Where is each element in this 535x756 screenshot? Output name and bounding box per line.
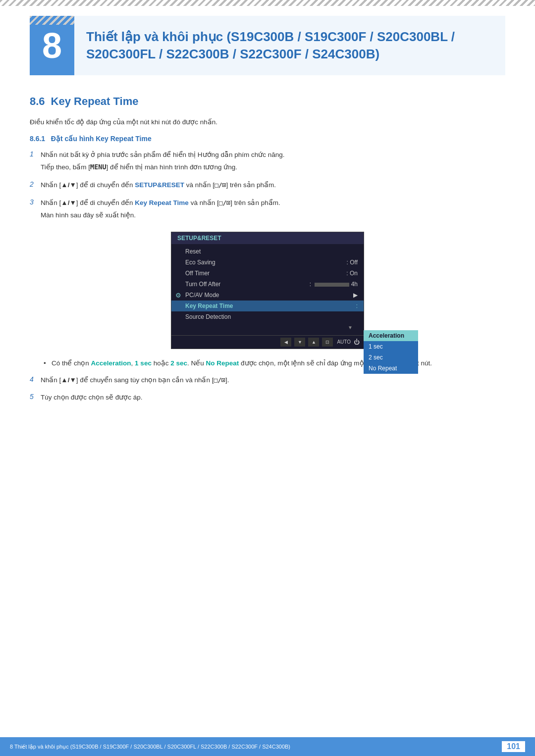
menu-label-eco: Eco Saving [185,259,344,266]
menu-value-pcav: ▶ [353,292,358,299]
subsection-number: 8.6.1 [30,135,45,143]
step-4-number: 4 [30,375,41,383]
footer-page: 101 [502,741,525,752]
submenu-2sec: 2 sec [364,352,418,363]
chapter-header: 8 Thiết lập và khôi phục (S19C300B / S19… [30,6,505,75]
menu-row-eco-saving: Eco Saving : Off [171,257,364,268]
steps-list-after: 4 Nhấn [▲/▼] để chuyển sang tùy chọn bạn… [30,375,505,405]
footer-text: 8 Thiết lập và khôi phục (S19C300B / S19… [10,744,290,750]
chapter-number: 8 [30,16,74,75]
menu-row-key-repeat-time: Key Repeat Time : Acceleration 1 sec 2 s… [171,301,364,311]
step-3: 3 Nhấn [▲/▼] để di chuyển đến Key Repeat… [30,198,505,223]
menu-mockup-wrapper: SETUP&RESET Reset Eco Saving : Off Off T… [30,232,505,349]
toolbar-up-btn[interactable]: ▲ [308,338,319,347]
menu-mockup: SETUP&RESET Reset Eco Saving : Off Off T… [171,232,364,349]
menu-row-off-timer: Off Timer : On [171,268,364,279]
menu-value-turn-off-after: : 4h [310,281,358,288]
step-5-number: 5 [30,392,41,401]
step-2-main: Nhấn [▲/▼] để di chuyển đến SETUP&RESET … [41,180,505,191]
menu-items: Reset Eco Saving : Off Off Timer : On Tu… [171,244,364,335]
menu-more-indicator: ▼ [348,325,358,330]
submenu-acceleration: Acceleration [364,330,418,341]
step-5: 5 Tùy chọn được chọn sẽ được áp. [30,392,505,405]
step-2: 2 Nhấn [▲/▼] để di chuyển đến SETUP&RESE… [30,180,505,193]
bullet-list: Có thể chọn Acceleration, 1 sec hoặc 2 s… [44,358,505,369]
menu-row-reset: Reset [171,246,364,257]
step-3-main: Nhấn [▲/▼] để di chuyển đến Key Repeat T… [41,198,505,208]
toolbar-power-icon: ⏻ [354,339,360,346]
step-3-number: 3 [30,198,41,206]
intro-text: Điều khiển tốc độ đáp ứng của một nút kh… [30,117,505,128]
menu-label-off-timer: Off Timer [185,270,343,277]
submenu-no-repeat: No Repeat [364,363,418,374]
menu-row-source-detection: Source Detection [171,311,364,322]
step-2-number: 2 [30,180,41,188]
menu-row-more: ▼ [171,322,364,333]
step-5-main: Tùy chọn được chọn sẽ được áp. [41,392,505,403]
steps-list: 1 Nhấn nút bất kỳ ở phía trước sản phẩm … [30,150,505,223]
toolbar-select-btn[interactable]: ⊡ [322,338,333,347]
menu-value-eco: : Off [347,259,358,266]
toolbar-back-btn[interactable]: ◀ [280,338,291,347]
menu-label-pcav: PC/AV Mode [185,292,353,299]
step-3-sub: Màn hình sau đây sẽ xuất hiện. [41,210,505,221]
step-1: 1 Nhấn nút bất kỳ ở phía trước sản phẩm … [30,150,505,175]
submenu-1sec: 1 sec [364,341,418,352]
menu-toolbar: ◀ ▼ ▲ ⊡ AUTO ⏻ [171,335,364,349]
step-4-main: Nhấn [▲/▼] để chuyển sang tùy chọn bạn c… [41,375,505,386]
gear-icon: ⚙ [175,291,181,299]
menu-label-source: Source Detection [185,313,358,320]
toolbar-down-btn[interactable]: ▼ [294,338,305,347]
menu-value-off-timer: : On [346,270,358,277]
menu-row-turn-off-after: Turn Off After : 4h [171,279,364,290]
step-1-content: Nhấn nút bất kỳ ở phía trước sản phẩm để… [41,150,505,175]
step-3-content: Nhấn [▲/▼] để di chuyển đến Key Repeat T… [41,198,505,223]
chapter-title-block: Thiết lập và khôi phục (S19C300B / S19C3… [74,16,505,75]
menu-row-pcav-mode: ⚙ PC/AV Mode ▶ [171,290,364,301]
chapter-title: Thiết lập và khôi phục (S19C300B / S19C3… [86,28,493,63]
step-4-content: Nhấn [▲/▼] để chuyển sang tùy chọn bạn c… [41,375,505,388]
menu-title: SETUP&RESET [171,232,364,244]
step-1-number: 1 [30,150,41,158]
slider-bar [315,283,349,287]
section-title: Key Repeat Time [51,95,139,108]
section-heading: 8.6 Key Repeat Time [30,95,505,108]
step-5-content: Tùy chọn được chọn sẽ được áp. [41,392,505,405]
step-1-sub: Tiếp theo, bấm [MENU] để hiển thị màn hì… [41,162,505,173]
menu-label-turn-off-after: Turn Off After [185,281,307,288]
step-1-main: Nhấn nút bất kỳ ở phía trước sản phẩm để… [41,150,505,160]
toolbar-auto-label: AUTO [337,339,351,345]
menu-label-reset: Reset [185,248,358,255]
step-2-content: Nhấn [▲/▼] để di chuyển đến SETUP&RESET … [41,180,505,193]
section-number: 8.6 [30,95,45,108]
subsection-title: Đặt cấu hình Key Repeat Time [51,135,152,143]
menu-value-key-repeat: : [356,302,358,309]
menu-label-key-repeat: Key Repeat Time [185,302,353,309]
step-4: 4 Nhấn [▲/▼] để chuyển sang tùy chọn bạn… [30,375,505,388]
submenu-popup: Acceleration 1 sec 2 sec No Repeat [364,330,418,374]
subsection-heading: 8.6.1 Đặt cấu hình Key Repeat Time [30,135,505,143]
page-footer: 8 Thiết lập và khôi phục (S19C300B / S19… [0,737,535,756]
bullet-item-note: Có thể chọn Acceleration, 1 sec hoặc 2 s… [44,358,505,369]
